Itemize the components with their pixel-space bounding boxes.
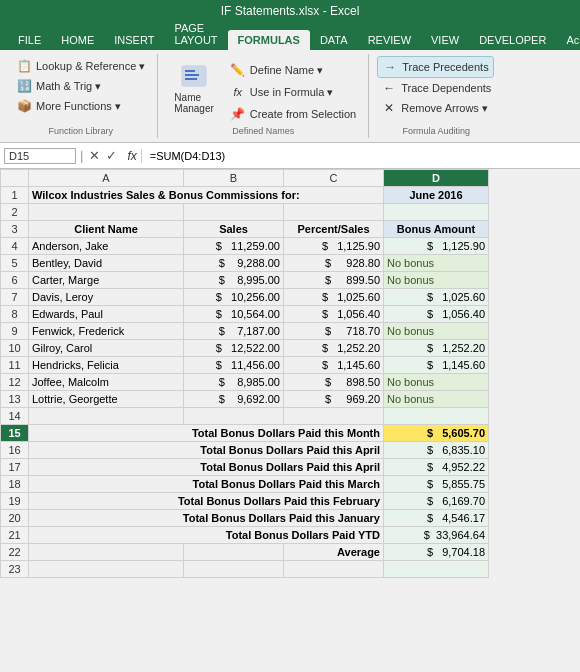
cell-b22[interactable] bbox=[184, 544, 284, 561]
cell-a13[interactable]: Lottrie, Georgette bbox=[29, 391, 184, 408]
row-header-21[interactable]: 21 bbox=[1, 527, 29, 544]
tab-data[interactable]: DATA bbox=[310, 30, 358, 50]
cell-b8[interactable]: $ 10,564.00 bbox=[184, 306, 284, 323]
cell-c11[interactable]: $ 1,145.60 bbox=[284, 357, 384, 374]
cell-b4[interactable]: $ 11,259.00 bbox=[184, 238, 284, 255]
define-name-button[interactable]: ✏️ Define Name ▾ bbox=[226, 60, 360, 80]
cell-b2[interactable] bbox=[184, 204, 284, 221]
row-header-8[interactable]: 8 bbox=[1, 306, 29, 323]
row-header-2[interactable]: 2 bbox=[1, 204, 29, 221]
cell-b11[interactable]: $ 11,456.00 bbox=[184, 357, 284, 374]
math-trig-button[interactable]: 🔢 Math & Trig ▾ bbox=[12, 76, 105, 96]
cell-d4[interactable]: $ 1,125.90 bbox=[384, 238, 489, 255]
cell-a6[interactable]: Carter, Marge bbox=[29, 272, 184, 289]
tab-developer[interactable]: DEVELOPER bbox=[469, 30, 556, 50]
cell-a18[interactable]: Total Bonus Dollars Paid this March bbox=[29, 476, 384, 493]
row-header-20[interactable]: 20 bbox=[1, 510, 29, 527]
cell-d17[interactable]: $ 4,952.22 bbox=[384, 459, 489, 476]
tab-pagelayout[interactable]: PAGE LAYOUT bbox=[164, 18, 227, 50]
cell-c3[interactable]: Percent/Sales bbox=[284, 221, 384, 238]
cell-a11[interactable]: Hendricks, Felicia bbox=[29, 357, 184, 374]
cell-d18[interactable]: $ 5,855.75 bbox=[384, 476, 489, 493]
use-in-formula-button[interactable]: fx Use in Formula ▾ bbox=[226, 82, 360, 102]
row-header-3[interactable]: 3 bbox=[1, 221, 29, 238]
row-header-15[interactable]: 15 bbox=[1, 425, 29, 442]
cell-d14[interactable] bbox=[384, 408, 489, 425]
cell-a5[interactable]: Bentley, David bbox=[29, 255, 184, 272]
row-header-5[interactable]: 5 bbox=[1, 255, 29, 272]
trace-precedents-button[interactable]: → Trace Precedents bbox=[377, 56, 493, 78]
cell-a10[interactable]: Gilroy, Carol bbox=[29, 340, 184, 357]
tab-formulas[interactable]: FORMULAS bbox=[228, 30, 310, 50]
cell-d6[interactable]: No bonus bbox=[384, 272, 489, 289]
col-header-d[interactable]: D bbox=[384, 170, 489, 187]
row-header-16[interactable]: 16 bbox=[1, 442, 29, 459]
tab-insert[interactable]: INSERT bbox=[104, 30, 164, 50]
cell-b9[interactable]: $ 7,187.00 bbox=[184, 323, 284, 340]
cell-d3[interactable]: Bonus Amount bbox=[384, 221, 489, 238]
cell-c9[interactable]: $ 718.70 bbox=[284, 323, 384, 340]
name-manager-button[interactable]: NameManager bbox=[166, 56, 221, 118]
cell-c7[interactable]: $ 1,025.60 bbox=[284, 289, 384, 306]
cell-a12[interactable]: Joffee, Malcolm bbox=[29, 374, 184, 391]
row-header-18[interactable]: 18 bbox=[1, 476, 29, 493]
row-header-19[interactable]: 19 bbox=[1, 493, 29, 510]
cell-d11[interactable]: $ 1,145.60 bbox=[384, 357, 489, 374]
cell-d9[interactable]: No bonus bbox=[384, 323, 489, 340]
row-header-9[interactable]: 9 bbox=[1, 323, 29, 340]
cell-d15[interactable]: $ 5,605.70 bbox=[384, 425, 489, 442]
cell-c6[interactable]: $ 899.50 bbox=[284, 272, 384, 289]
cell-a17[interactable]: Total Bonus Dollars Paid this April bbox=[29, 459, 384, 476]
cell-d22[interactable]: $ 9,704.18 bbox=[384, 544, 489, 561]
cell-a3[interactable]: Client Name bbox=[29, 221, 184, 238]
row-header-22[interactable]: 22 bbox=[1, 544, 29, 561]
cell-d10[interactable]: $ 1,252.20 bbox=[384, 340, 489, 357]
cell-d7[interactable]: $ 1,025.60 bbox=[384, 289, 489, 306]
cell-d8[interactable]: $ 1,056.40 bbox=[384, 306, 489, 323]
cancel-icon[interactable]: ✕ bbox=[87, 148, 102, 163]
cell-b13[interactable]: $ 9,692.00 bbox=[184, 391, 284, 408]
cell-b14[interactable] bbox=[184, 408, 284, 425]
row-header-14[interactable]: 14 bbox=[1, 408, 29, 425]
cell-c14[interactable] bbox=[284, 408, 384, 425]
row-header-4[interactable]: 4 bbox=[1, 238, 29, 255]
cell-a20[interactable]: Total Bonus Dollars Paid this January bbox=[29, 510, 384, 527]
cell-d12[interactable]: No bonus bbox=[384, 374, 489, 391]
cell-d13[interactable]: No bonus bbox=[384, 391, 489, 408]
cell-c2[interactable] bbox=[284, 204, 384, 221]
cell-d20[interactable]: $ 4,546.17 bbox=[384, 510, 489, 527]
trace-dependents-button[interactable]: ← Trace Dependents bbox=[377, 78, 495, 98]
row-header-13[interactable]: 13 bbox=[1, 391, 29, 408]
row-header-17[interactable]: 17 bbox=[1, 459, 29, 476]
tab-file[interactable]: FILE bbox=[8, 30, 51, 50]
col-header-b[interactable]: B bbox=[184, 170, 284, 187]
col-header-c[interactable]: C bbox=[284, 170, 384, 187]
cell-b23[interactable] bbox=[184, 561, 284, 578]
row-header-1[interactable]: 1 bbox=[1, 187, 29, 204]
row-header-11[interactable]: 11 bbox=[1, 357, 29, 374]
cell-a4[interactable]: Anderson, Jake bbox=[29, 238, 184, 255]
cell-a8[interactable]: Edwards, Paul bbox=[29, 306, 184, 323]
lookup-reference-button[interactable]: 📋 Lookup & Reference ▾ bbox=[12, 56, 149, 76]
create-from-selection-button[interactable]: 📌 Create from Selection bbox=[226, 104, 360, 124]
cell-a15[interactable]: Total Bonus Dollars Paid this Month bbox=[29, 425, 384, 442]
row-header-10[interactable]: 10 bbox=[1, 340, 29, 357]
cell-d19[interactable]: $ 6,169.70 bbox=[384, 493, 489, 510]
cell-c5[interactable]: $ 928.80 bbox=[284, 255, 384, 272]
cell-b3[interactable]: Sales bbox=[184, 221, 284, 238]
cell-d21[interactable]: $ 33,964.64 bbox=[384, 527, 489, 544]
remove-arrows-button[interactable]: ✕ Remove Arrows ▾ bbox=[377, 98, 492, 118]
cell-a23[interactable] bbox=[29, 561, 184, 578]
row-header-12[interactable]: 12 bbox=[1, 374, 29, 391]
cell-a14[interactable] bbox=[29, 408, 184, 425]
cell-c22[interactable]: Average bbox=[284, 544, 384, 561]
cell-b5[interactable]: $ 9,288.00 bbox=[184, 255, 284, 272]
tab-review[interactable]: REVIEW bbox=[358, 30, 421, 50]
cell-b12[interactable]: $ 8,985.00 bbox=[184, 374, 284, 391]
cell-b10[interactable]: $ 12,522.00 bbox=[184, 340, 284, 357]
cell-a9[interactable]: Fenwick, Frederick bbox=[29, 323, 184, 340]
cell-d1[interactable]: June 2016 bbox=[384, 187, 489, 204]
cell-a19[interactable]: Total Bonus Dollars Paid this February bbox=[29, 493, 384, 510]
cell-a22[interactable] bbox=[29, 544, 184, 561]
cell-c8[interactable]: $ 1,056.40 bbox=[284, 306, 384, 323]
